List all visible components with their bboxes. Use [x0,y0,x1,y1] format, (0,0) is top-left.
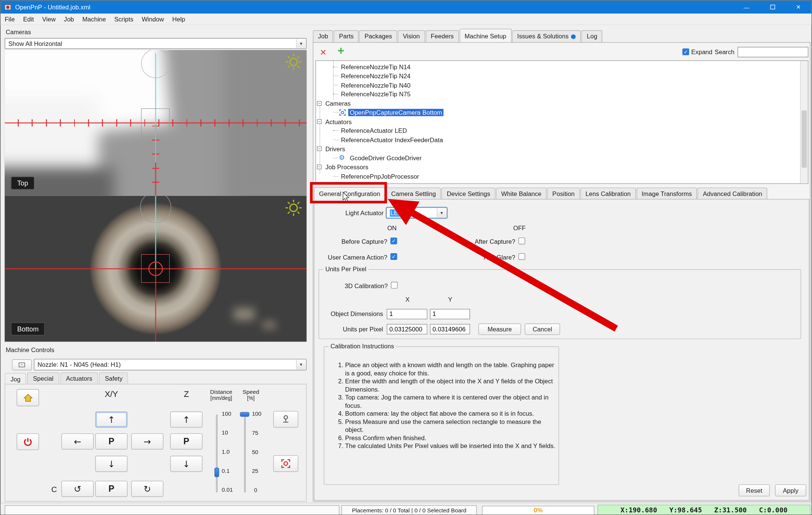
menu-item-scripts[interactable]: Scripts [110,14,138,24]
tab-log[interactable]: Log [582,30,602,42]
brightness-icon[interactable] [285,53,302,71]
jog-z-plus-button[interactable]: ↑ [170,412,203,428]
maximize-button[interactable] [759,0,785,14]
object-dimension-x-input[interactable] [387,309,427,319]
tab-advanced-calibration[interactable]: Advanced Calibration [698,187,768,199]
bottom-camera-view[interactable]: Bottom [5,196,306,342]
speed-slider[interactable] [244,415,245,492]
tab-label: Lens Calibration [586,190,631,197]
jog-x-plus-button[interactable]: → [131,433,164,450]
tab-packages[interactable]: Packages [359,30,397,42]
menu-item-machine[interactable]: Machine [78,14,110,24]
rotate-ccw-button[interactable]: ↺ [61,481,94,497]
close-button[interactable]: ✕ [785,0,811,14]
light-actuator-select[interactable]: LED ▾ [386,207,447,218]
menu-item-edit[interactable]: Edit [19,14,38,24]
user-camera-action-checkbox[interactable]: ✓ [390,253,397,260]
collapse-node-icon[interactable]: − [317,146,321,151]
menu-item-file[interactable]: File [0,14,19,24]
park-z-button[interactable] [273,411,298,427]
position-xy-button[interactable]: P [95,433,127,450]
tree-item-capture-camera-bottom[interactable]: OpenPnpCaptureCamera Bottom [316,108,799,117]
collapse-node-icon[interactable]: − [317,165,321,169]
camera-position-button[interactable] [273,455,298,472]
rotate-cw-button[interactable]: ↻ [131,481,164,497]
tab-vision[interactable]: Vision [398,30,425,42]
tree-item-pnpjobprocessor[interactable]: ReferencePnpJobProcessor [316,172,799,181]
units-per-pixel-x-input[interactable] [387,324,427,334]
distance-slider-handle[interactable] [214,468,219,477]
apply-button[interactable]: Apply [775,485,806,497]
reset-button[interactable]: Reset [739,485,770,497]
add-button[interactable]: + [336,46,346,56]
expand-checkbox[interactable]: ✓ [682,49,689,55]
tree-item-nozzletip-n75[interactable]: ReferenceNozzleTip N75 [316,90,799,99]
tab-actuators[interactable]: Actuators [60,372,98,386]
tree-scrollbar[interactable] [800,61,808,183]
menu-item-job[interactable]: Job [60,14,78,24]
scrollbar-thumb[interactable] [801,111,807,168]
measure-button[interactable]: Measure [478,324,521,335]
tab-general-configuration[interactable]: General Configuration [314,187,385,199]
search-input[interactable] [738,47,808,58]
instruction-item: Bottom camera: lay the object flat above… [345,410,556,418]
tab-safety[interactable]: Safety [99,372,129,386]
tab-position[interactable]: Position [547,187,580,199]
object-dimension-y-input[interactable] [430,309,470,319]
units-per-pixel-y-input[interactable] [430,324,470,334]
tree-item-job-processors[interactable]: − Job Processors [316,163,799,172]
tree-item-nozzletip-n14[interactable]: ReferenceNozzleTip N14 [316,62,799,71]
before-capture-checkbox[interactable]: ✓ [390,237,397,244]
minimize-button[interactable]: — [733,0,759,14]
tree-item-nozzletip-n40[interactable]: ReferenceNozzleTip N40 [316,81,799,90]
jog-y-plus-button[interactable]: ↑ [95,412,127,428]
tab-issues-solutions[interactable]: Issues & Solutions [512,30,581,42]
jog-x-minus-button[interactable]: ← [61,433,94,450]
check-icon: ✓ [392,238,396,243]
tab-device-settings[interactable]: Device Settings [442,187,495,199]
distance-slider[interactable] [216,415,218,492]
tab-parts[interactable]: Parts [334,30,359,42]
tree-item-actuator-led[interactable]: ReferenceActuator LED [316,126,799,135]
tree-item-actuators[interactable]: − Actuators [316,117,799,126]
selection-rectangle [141,254,170,283]
delete-button[interactable]: ✕ [318,47,329,58]
tab-machine-setup[interactable]: Machine Setup [459,29,512,42]
brightness-icon[interactable] [285,199,302,217]
after-capture-checkbox[interactable] [518,237,525,244]
jog-z-minus-button[interactable]: ↓ [170,456,203,472]
tree-item-gcodedriver[interactable]: ⚙ GcodeDriver GcodeDriver [316,153,799,163]
tree-item-nozzletip-n24[interactable]: ReferenceNozzleTip N24 [316,71,799,81]
collapse-node-icon[interactable]: − [317,119,321,124]
tree-item-actuator-indexfeederdata[interactable]: ReferenceActuator IndexFeederData [316,135,799,144]
tab-white-balance[interactable]: White Balance [496,187,547,199]
home-button[interactable] [17,389,39,406]
collapse-controls-button[interactable]: − [12,359,32,370]
cancel-button[interactable]: Cancel [525,324,560,335]
anti-glare-checkbox[interactable] [518,253,525,260]
speed-slider-handle[interactable] [240,412,249,416]
tree-stub [333,94,338,94]
menu-item-window[interactable]: Window [138,14,168,24]
tree-item-drivers[interactable]: − Drivers [316,144,799,153]
position-c-button[interactable]: P [95,481,127,497]
tab-image-transforms[interactable]: Image Transforms [636,187,697,199]
camera-select[interactable]: Show All Horizontal ▾ [5,38,306,49]
3d-calibration-checkbox[interactable] [391,282,398,289]
tab-job[interactable]: Job [313,30,333,42]
jog-y-minus-button[interactable]: ↓ [95,456,127,472]
collapse-node-icon[interactable]: − [317,101,321,106]
menu-item-view[interactable]: View [38,14,60,24]
top-camera-view[interactable]: Top [5,50,306,196]
tree-item-cameras[interactable]: − Cameras [316,99,799,108]
nozzle-select[interactable]: Nozzle: N1 - N045 (Head: H1) ▾ [34,359,307,370]
power-button[interactable] [17,433,39,450]
tab-camera-settling[interactable]: Camera Settling [386,187,441,199]
menu-item-help[interactable]: Help [168,14,189,24]
add-icon: + [338,44,344,58]
tab-lens-calibration[interactable]: Lens Calibration [580,187,636,199]
tree-item-label: Actuators [324,118,353,125]
tab-feeders[interactable]: Feeders [426,30,459,42]
tab-special[interactable]: Special [27,372,59,386]
position-z-button[interactable]: P [170,433,203,450]
